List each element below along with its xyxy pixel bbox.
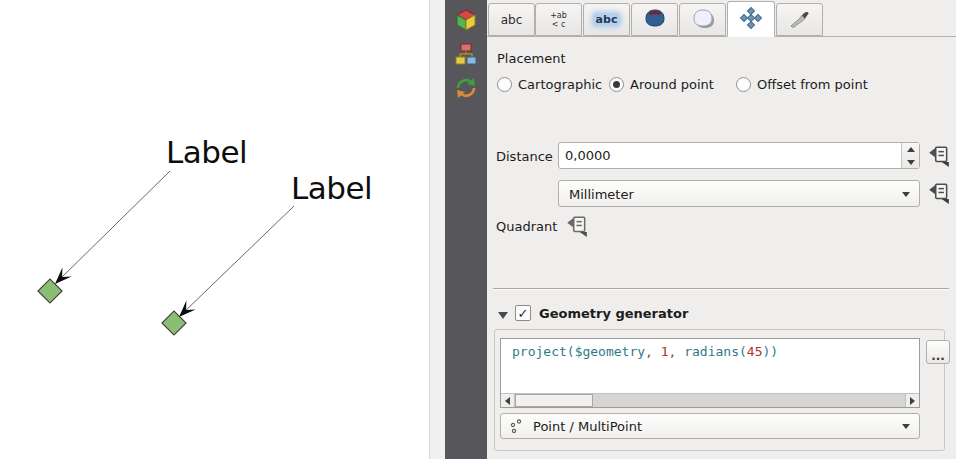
horizontal-scrollbar[interactable] — [501, 393, 919, 407]
distance-unit-dropdown[interactable]: Millimeter — [558, 180, 920, 207]
expression-editor[interactable]: project($geometry, 1, radians(45)) — [500, 338, 920, 408]
geometry-type-value: Point / MultiPoint — [533, 419, 642, 434]
background-blob-icon — [644, 8, 666, 31]
down-arrow-icon — [907, 160, 915, 165]
radio-circle — [497, 77, 512, 92]
tab-buffer-label: abc — [593, 13, 621, 26]
radio-cartographic-label: Cartographic — [518, 77, 602, 92]
expression-number: 45 — [747, 344, 763, 359]
unit-data-defined-override-button[interactable] — [927, 181, 951, 205]
quadrant-data-defined-override-button[interactable] — [565, 214, 589, 238]
symbology-cube-icon[interactable] — [453, 7, 479, 33]
styling-sidebar — [445, 0, 487, 459]
expression-function: radians( — [684, 344, 747, 359]
expression-builder-button[interactable]: ... — [926, 340, 950, 364]
radio-circle — [736, 77, 751, 92]
scroll-right-button[interactable] — [905, 394, 919, 407]
radio-cartographic[interactable]: Cartographic — [497, 77, 602, 92]
left-arrow-icon — [505, 397, 510, 405]
distance-data-defined-override-button[interactable] — [927, 144, 951, 168]
tab-formatting-line1: +ab — [550, 11, 567, 20]
callout-line — [182, 206, 294, 314]
right-arrow-icon — [910, 397, 915, 405]
distance-spinbox — [558, 142, 920, 169]
scroll-left-button[interactable] — [501, 394, 515, 407]
radio-around-point[interactable]: Around point — [609, 77, 714, 92]
dropdown-arrow-icon — [902, 424, 910, 429]
tab-formatting-line2: < c — [552, 20, 566, 29]
distance-input[interactable] — [565, 143, 885, 168]
tab-text-label: abc — [501, 13, 523, 27]
tab-text[interactable]: abc — [488, 3, 535, 36]
dropdown-arrow-icon — [902, 192, 910, 197]
expression-punct: )) — [763, 344, 779, 359]
paintbrush-icon — [789, 7, 811, 32]
expression-punct: , — [669, 344, 685, 359]
labels-hierarchy-icon[interactable] — [453, 41, 479, 67]
placement-section-title: Placement — [497, 51, 566, 66]
quadrant-label: Quadrant — [496, 219, 557, 234]
tabbar-baseline — [487, 36, 956, 37]
shadow-blob-icon — [692, 8, 714, 31]
distance-spin-buttons — [901, 143, 919, 168]
label-settings-panel: abc +ab < c abc — [487, 0, 956, 459]
tab-rendering[interactable] — [776, 3, 823, 36]
tab-formatting[interactable]: +ab < c — [535, 3, 582, 36]
radio-circle-selected — [609, 77, 624, 92]
scrollbar-thumb[interactable] — [515, 394, 593, 407]
up-arrow-icon — [907, 147, 915, 152]
radio-offset-from-point-label: Offset from point — [757, 77, 868, 92]
radio-around-point-label: Around point — [630, 77, 714, 92]
point-geometry-icon — [509, 418, 527, 439]
geometry-generator-checkbox[interactable]: ✓ — [515, 305, 531, 321]
expression-number: 1 — [661, 344, 669, 359]
expression-function: project( — [512, 344, 575, 359]
tab-placement[interactable] — [727, 1, 775, 37]
radio-offset-from-point[interactable]: Offset from point — [736, 77, 868, 92]
distance-label: Distance — [496, 149, 553, 164]
tab-shadow[interactable] — [679, 3, 726, 36]
map-canvas-drawing — [0, 0, 430, 459]
section-separator — [493, 288, 949, 289]
spin-up-button[interactable] — [902, 143, 920, 155]
qgis-label-settings-window: Label Label — [0, 0, 956, 459]
collapse-triangle-icon[interactable] — [498, 312, 508, 319]
tab-buffer[interactable]: abc — [583, 3, 630, 36]
geometry-type-dropdown[interactable]: Point / MultiPoint — [500, 413, 920, 439]
point-marker — [38, 279, 62, 303]
distance-unit-value: Millimeter — [569, 186, 634, 201]
map-canvas: Label Label — [0, 0, 430, 459]
callout-line — [58, 171, 170, 281]
map-feature-label: Label — [291, 170, 372, 206]
panel-splitter[interactable] — [431, 0, 445, 459]
checkmark-icon: ✓ — [518, 306, 529, 321]
spin-down-button[interactable] — [902, 156, 920, 168]
expression-variable: $geometry — [575, 344, 645, 359]
placement-diamonds-icon — [740, 7, 762, 32]
geometry-generator-title: Geometry generator — [539, 306, 688, 321]
history-arrows-icon[interactable] — [453, 75, 479, 101]
expression-text: project($geometry, 1, radians(45)) — [512, 344, 778, 359]
map-feature-label: Label — [166, 134, 247, 170]
tab-background[interactable] — [631, 3, 678, 36]
expression-punct: , — [645, 344, 661, 359]
